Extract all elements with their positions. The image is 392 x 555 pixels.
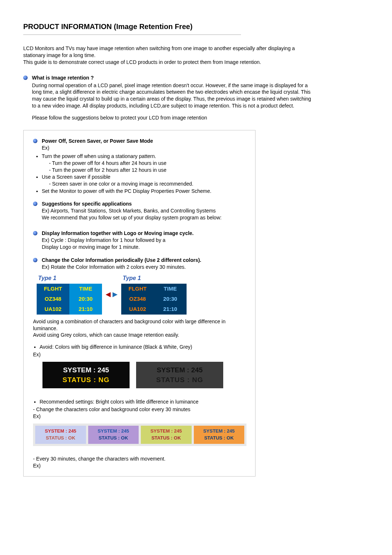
sub-line: - Screen saver in one color or a moving … [42,181,246,187]
cell: 20:30 [154,294,187,304]
power-off-list: Turn the power off when using a stationa… [30,153,246,195]
cell: OZ348 [121,294,154,304]
section-head-c: Display Information together with Logo o… [42,230,194,236]
sec-b-line1: Ex) Airports, Transit Stations, Stock Ma… [42,207,246,214]
example-tables: Type 1 FLGHTTIME OZ34820:30 UA10221:10 ◀… [37,274,246,314]
list-item: Recommended settings: Bright colors with… [40,398,246,405]
ex-label: Ex) [42,145,246,151]
swap-arrows-icon: ◀ ▶ [106,290,118,299]
flight-table-a: Type 1 FLGHTTIME OZ34820:30 UA10221:10 [37,274,102,314]
rec-cell: SYSTEM : 245 STATUS : OK [35,426,86,444]
ex-label: Ex) [30,462,246,469]
li-text: Use a Screen saver if possible [42,174,110,180]
th-time: TIME [69,284,102,294]
li-text: Turn the power off when using a stationa… [42,153,156,159]
list-item: Turn the power off when using a stationa… [42,153,246,174]
avoid-list: Avoid: Colors with big difference in lum… [30,344,246,351]
rec-l2: STATUS : OK [143,435,189,442]
cell: 20:30 [69,294,102,304]
flight-table-b: Type 1 FLGHTTIME OZ34820:30 UA10221:10 [121,274,187,314]
rec-l1: SYSTEM : 245 [196,428,242,435]
section-head-a: Power Off, Screen Saver, or Power Save M… [42,138,153,144]
rec-l2: STATUS : OK [90,435,137,442]
rec-l2: STATUS : OK [196,435,242,442]
sec-c-line2: Display Logo or moving image for 1 minut… [42,244,246,251]
sec-b-line2: We recommend that you follow set up of y… [42,214,246,221]
type-label: Type 1 [121,274,187,284]
line1: SYSTEM : 245 [143,365,216,375]
page-title: PRODUCT INFORMATION (Image Retention Fre… [23,22,369,32]
list-item: Avoid: Colors with big difference in lum… [40,344,246,351]
avoid-block-a: Avoid using a combination of characters … [30,318,246,332]
sec-d-line1: Ex) Rotate the Color Information with 2 … [42,264,246,271]
line2: STATUS : NG [50,375,122,385]
rec-cell: SYSTEM : 245 STATUS : OK [141,426,192,444]
sec-c-line1: Ex) Cycle : Display Information for 1 ho… [42,237,246,244]
cell: 21:10 [69,304,102,314]
li-text: Set the Monitor to power off with the PC… [42,188,211,194]
avoid-example-dark: SYSTEM : 245 STATUS : NG [42,362,130,388]
section-power-off: Power Off, Screen Saver, or Power Save M… [30,138,246,151]
tail-line-a: - Every 30 minutes, change the character… [30,455,246,462]
section-head-d: Change the Color Information periodicall… [42,257,201,263]
th-time: TIME [154,284,187,294]
recommended-example-row: SYSTEM : 245 STATUS : OK SYSTEM : 245 ST… [33,424,246,446]
avoid-example-grey: SYSTEM : 245 STATUS : NG [136,362,223,388]
list-item: Set the Monitor to power off with the PC… [42,188,246,195]
cell: UA102 [37,304,69,314]
line1: SYSTEM : 245 [50,365,122,375]
bullet-icon [23,76,28,80]
title-divider [23,35,241,35]
th-flight: FLGHT [37,284,69,294]
bullet-icon [33,139,37,143]
section-head-b: Suggestions for specific applications [42,201,132,207]
rec-l1: SYSTEM : 245 [143,428,189,435]
rec-line-b: - Change the characters color and backgr… [30,406,246,413]
section-specific-apps: Suggestions for specific applications Ex… [30,200,246,221]
rec-cell: SYSTEM : 245 STATUS : OK [194,426,245,444]
bullet-icon [33,202,37,206]
bullet-icon [33,258,37,262]
ex-label: Ex) [30,351,246,358]
line2: STATUS : NG [143,375,216,385]
list-item: Use a Screen saver if possible - Screen … [42,174,246,187]
section-what-is: What is Image retention ? During normal … [23,74,315,109]
section-head-what-is: What is Image retention ? [32,75,94,81]
rec-l1: SYSTEM : 245 [37,428,84,435]
cell: OZ348 [37,294,69,304]
ex-label: Ex) [30,413,246,420]
avoid-example-row: SYSTEM : 245 STATUS : NG SYSTEM : 245 ST… [42,362,246,388]
cell: 21:10 [154,304,187,314]
suggestion-box: Power Off, Screen Saver, or Power Save M… [23,130,256,477]
rec-l1: SYSTEM : 245 [90,428,137,435]
intro-line-a: LCD Monitors and TVs may have image rete… [23,45,295,58]
recommended-list: Recommended settings: Bright colors with… [30,398,246,405]
section-display-cycle: Display Information together with Logo o… [30,230,246,251]
section-body-what-is: During normal operation of a LCD panel, … [32,82,315,110]
rec-cell: SYSTEM : 245 STATUS : OK [88,426,139,444]
th-flight: FLGHT [121,284,154,294]
follow-text: Please follow the suggestions below to p… [23,114,315,121]
cell: UA102 [121,304,154,314]
sub-line: - Turn the power off for 4 hours after 2… [42,160,246,167]
bullet-icon [33,231,37,235]
intro-text: LCD Monitors and TVs may have image rete… [23,45,306,66]
type-label: Type 1 [37,274,102,284]
section-change-color: Change the Color Information periodicall… [30,257,246,271]
sub-line: - Turn the power off for 2 hours after 1… [42,167,246,174]
intro-line-b: This guide is to demonstrate correct usa… [23,59,261,65]
avoid-block-b: Avoid using Grey colors, which can cause… [30,332,246,339]
rec-l2: STATUS : OK [37,435,84,442]
